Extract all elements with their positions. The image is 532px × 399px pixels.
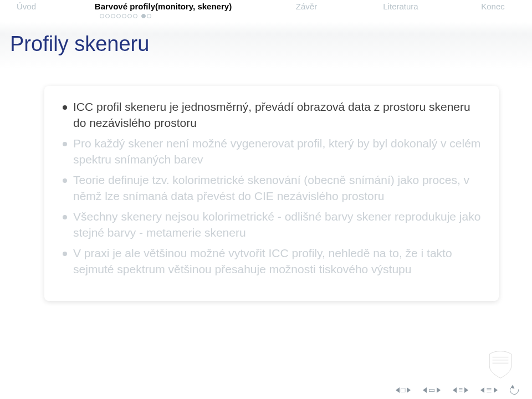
logo-ornament — [485, 349, 515, 379]
title-band: Profily skeneru — [0, 22, 532, 69]
nav-item-zaver[interactable]: Závěr — [293, 0, 320, 14]
frame-prev-icon[interactable] — [423, 387, 427, 393]
progress-dot[interactable] — [133, 14, 137, 18]
nav-item-barvove[interactable]: Barvové profily(monitory, skenery) — [93, 0, 234, 14]
subsection-glyph-icon: ≣ — [486, 386, 492, 393]
bullet-item: V praxi je ale většinou možné vytvořit I… — [61, 245, 482, 278]
nav-frame: ▭ — [423, 387, 441, 394]
progress-dot[interactable] — [105, 14, 110, 18]
top-nav: Úvod Barvové profily(monitory, skenery) … — [0, 0, 532, 14]
section-glyph-icon: ≡ — [458, 386, 463, 393]
back-icon[interactable] — [510, 386, 519, 395]
slide-prev-icon[interactable] — [396, 387, 400, 393]
progress-dot[interactable] — [100, 14, 104, 18]
content-area: ICC profil skeneru je jednosměrný, převá… — [44, 86, 499, 301]
bullet-item: Pro každý skener není možné vygenerovat … — [61, 136, 482, 168]
slide-title: Profily skeneru — [10, 32, 532, 56]
subsection-next-icon[interactable] — [494, 387, 498, 393]
section-next-icon[interactable] — [464, 387, 468, 393]
progress-dot[interactable] — [141, 14, 146, 18]
nav-item-uvod[interactable]: Úvod — [0, 0, 53, 14]
bullet-item: ICC profil skeneru je jednosměrný, převá… — [61, 99, 482, 131]
progress-dot[interactable] — [127, 14, 132, 18]
progress-dots — [100, 14, 151, 18]
beamer-nav: □ ▭ ≡ ≣ — [396, 386, 519, 395]
section-prev-icon[interactable] — [453, 387, 457, 393]
bullet-item: Teorie definuje tzv. kolorimetrické sken… — [61, 172, 482, 204]
bullet-list: ICC profil skeneru je jednosměrný, převá… — [61, 99, 482, 278]
nav-item-konec[interactable]: Konec — [478, 0, 508, 14]
slide-glyph-icon: □ — [401, 386, 406, 393]
frame-glyph-icon: ▭ — [428, 386, 435, 393]
progress-dot[interactable] — [111, 14, 115, 18]
nav-item-literatura[interactable]: Literatura — [376, 0, 426, 14]
bullet-item: Všechny skenery nejsou kolorimetrické - … — [61, 209, 482, 241]
nav-slide: □ — [396, 387, 411, 394]
progress-dot[interactable] — [122, 14, 126, 18]
subsection-prev-icon[interactable] — [480, 387, 484, 393]
nav-section: ≡ — [453, 387, 468, 394]
nav-subsection: ≣ — [480, 387, 498, 394]
slide-next-icon[interactable] — [407, 387, 411, 393]
frame-next-icon[interactable] — [437, 387, 441, 393]
progress-dot[interactable] — [116, 14, 121, 18]
progress-dot[interactable] — [147, 14, 151, 18]
bullet-block: ICC profil skeneru je jednosměrný, převá… — [44, 86, 499, 301]
